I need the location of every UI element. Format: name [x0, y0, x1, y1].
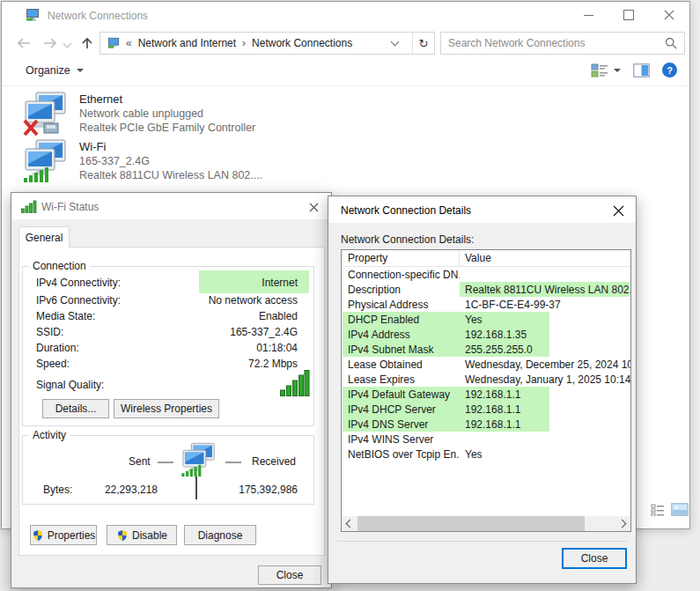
connection-item-wifi[interactable]: Wi-Fi 165-337_2.4G Realtek 8811CU Wirele…: [21, 139, 262, 185]
search-input[interactable]: [441, 37, 665, 49]
up-button[interactable]: [79, 35, 95, 51]
minimize-button[interactable]: [568, 2, 608, 28]
close-details-dialog-button[interactable]: [608, 203, 628, 218]
change-view-button[interactable]: [591, 63, 621, 78]
table-row[interactable]: Physical Address 1C-BF-CE-E4-99-37: [342, 297, 630, 312]
up-arrow-icon: [81, 37, 93, 49]
status-row: Duration: 01:18:04: [36, 342, 298, 355]
search-icon[interactable]: [665, 37, 677, 49]
groupbox-label: Activity: [29, 429, 70, 441]
table-row[interactable]: NetBIOS over Tcpip En... Yes: [342, 447, 630, 462]
minimize-icon: [584, 15, 593, 16]
command-bar: Organize ?: [2, 57, 689, 86]
breadcrumb-separator-icon: ›: [242, 37, 246, 49]
refresh-button[interactable]: ↻: [413, 37, 434, 50]
screen: Network Connections « Network and Intern…: [0, 0, 700, 591]
details-button[interactable]: Details...: [42, 399, 109, 418]
network-connections-icon: [26, 8, 40, 22]
close-icon: [664, 10, 674, 20]
property-cell: Connection-specific DN...: [342, 269, 460, 281]
property-cell: Lease Expires: [342, 373, 460, 386]
item-device: Realtek 8811CU Wireless LAN 802....: [79, 168, 262, 182]
address-dropdown-icon[interactable]: [391, 38, 400, 47]
horizontal-scrollbar[interactable]: [342, 516, 630, 531]
scrollbar-thumb[interactable]: [357, 516, 585, 531]
value-cell: Wednesday, December 25, 2024 10:14:1: [460, 358, 630, 371]
table-row[interactable]: IPv4 Subnet Mask 255.255.255.0: [342, 342, 630, 357]
recent-pages-button[interactable]: [62, 35, 72, 51]
details-close-button[interactable]: Close: [562, 548, 627, 569]
breadcrumb: « Network and Internet › Network Connect…: [100, 37, 412, 49]
row-label: SSID:: [36, 326, 63, 339]
sent-connector-line: [158, 462, 173, 463]
row-label: Media State:: [36, 310, 95, 323]
organize-label: Organize: [26, 64, 70, 77]
value-cell: Yes: [460, 314, 630, 326]
row-value: 165-337_2.4G: [230, 326, 298, 339]
breadcrumb-network-connections[interactable]: Network Connections: [252, 37, 352, 49]
table-row[interactable]: IPv4 Default Gateway 192.168.1.1: [342, 387, 630, 402]
tab-general[interactable]: General: [18, 226, 70, 247]
status-row: IPv6 Connectivity: No network access: [36, 294, 298, 307]
help-button[interactable]: ?: [662, 63, 677, 78]
organize-button[interactable]: Organize: [26, 64, 84, 77]
back-button[interactable]: [16, 35, 32, 51]
wireless-properties-button[interactable]: Wireless Properties: [114, 399, 219, 418]
scroll-left-button[interactable]: [342, 516, 357, 531]
row-label: Signal Quality:: [36, 379, 104, 392]
search-box[interactable]: [440, 32, 685, 55]
uac-shield-icon: [116, 529, 129, 542]
bytes-divider: [195, 476, 197, 499]
bytes-label: Bytes:: [43, 484, 72, 496]
value-cell: 192.168.1.1: [460, 388, 630, 401]
thumbnail-view-button[interactable]: [671, 503, 689, 516]
dropdown-caret-icon: [77, 69, 84, 72]
close-wifi-dialog-button[interactable]: [304, 199, 323, 215]
chevron-left-icon: [346, 520, 355, 528]
dialog-title: Network Connection Details: [341, 204, 471, 217]
breadcrumb-network-and-internet[interactable]: Network and Internet: [138, 37, 236, 49]
column-header-property[interactable]: Property: [342, 250, 460, 266]
maximize-button[interactable]: [608, 2, 649, 28]
table-row[interactable]: IPv4 DHCP Server 192.168.1.1: [342, 402, 630, 417]
connection-item-ethernet[interactable]: Ethernet Network cable unplugged Realtek…: [21, 92, 255, 137]
table-row[interactable]: Lease Obtained Wednesday, December 25, 2…: [342, 357, 630, 372]
table-row[interactable]: IPv4 DNS Server 192.168.1.1: [342, 417, 630, 432]
wifi-dialog-titlebar[interactable]: Wi-Fi Status: [11, 193, 331, 219]
close-window-button[interactable]: [649, 2, 689, 28]
uac-shield-icon: [32, 529, 44, 542]
value-cell: 255.255.255.0: [460, 344, 630, 356]
property-cell: IPv4 Default Gateway: [342, 388, 460, 401]
property-cell: Physical Address: [342, 299, 460, 311]
table-row[interactable]: IPv4 WINS Server: [342, 432, 630, 447]
item-ssid: 165-337_2.4G: [79, 154, 262, 168]
maximize-icon: [623, 10, 634, 20]
table-row[interactable]: Connection-specific DN...: [342, 267, 630, 282]
table-row[interactable]: IPv4 Address 192.168.1.35: [342, 327, 630, 342]
details-view-button[interactable]: [651, 504, 665, 516]
rj45-connector-icon: [44, 123, 58, 133]
row-value: 01:18:04: [256, 342, 298, 355]
details-dialog-titlebar[interactable]: Network Connection Details: [328, 196, 636, 223]
disable-button[interactable]: Disable: [107, 525, 177, 545]
preview-pane-button[interactable]: [633, 63, 650, 78]
forward-button[interactable]: [42, 35, 58, 51]
table-row[interactable]: Lease Expires Wednesday, January 1, 2025…: [342, 372, 630, 387]
property-cell: IPv4 DNS Server: [342, 418, 460, 431]
breadcrumb-chevrons-icon[interactable]: «: [126, 37, 132, 49]
scrollbar-track[interactable]: [357, 516, 615, 531]
wifi-close-button[interactable]: Close: [258, 565, 321, 585]
column-header-value[interactable]: Value: [460, 250, 491, 266]
scroll-right-button[interactable]: [615, 516, 630, 531]
properties-button[interactable]: Properties: [30, 525, 97, 545]
explorer-titlebar[interactable]: Network Connections: [2, 2, 689, 28]
address-box[interactable]: « Network and Internet › Network Connect…: [99, 32, 435, 55]
table-row[interactable]: Description Realtek 8811CU Wireless LAN …: [342, 282, 630, 297]
view-options-icon: [591, 63, 608, 78]
network-connection-details-dialog: Network Connection Details Network Conne…: [328, 196, 637, 584]
table-row[interactable]: DHCP Enabled Yes: [342, 312, 630, 327]
row-value: No network access: [209, 294, 298, 307]
property-cell: Description: [342, 284, 460, 296]
list-label: Network Connection Details:: [341, 233, 474, 246]
diagnose-button[interactable]: Diagnose: [184, 525, 256, 545]
